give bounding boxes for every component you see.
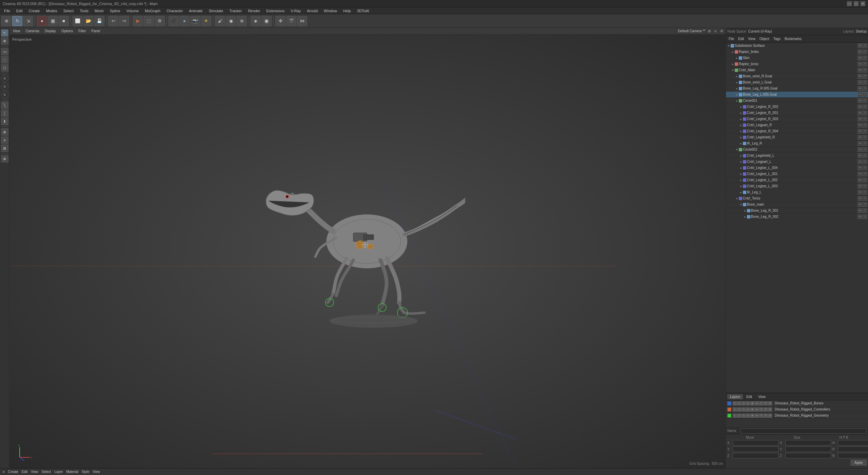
tree-toggle-icon[interactable]: ▸	[735, 93, 739, 97]
menu-item-mesh[interactable]: Mesh	[92, 8, 106, 14]
tree-toggle-icon[interactable]: ▸	[739, 154, 743, 158]
tree-row[interactable]: ▸Cntrl_Legpart_R👁?	[726, 122, 868, 128]
toolbar-poly[interactable]: ■	[59, 16, 69, 26]
tree-lock-btn[interactable]: ?	[863, 50, 867, 54]
toolbar-camera[interactable]: 📷	[190, 16, 200, 26]
tree-visibility-btn[interactable]: 👁	[857, 62, 862, 66]
tree-toggle-icon[interactable]: ▸	[735, 99, 739, 103]
toolbar-texture-manager[interactable]: ▣	[261, 16, 272, 26]
menu-item-animate[interactable]: Animate	[186, 8, 205, 14]
tree-visibility-btn[interactable]: 👁	[857, 92, 862, 97]
right-tab-object[interactable]: Object	[757, 37, 771, 41]
coord-y-move-input[interactable]	[733, 446, 778, 452]
tree-lock-btn[interactable]: ?	[863, 104, 867, 109]
tl-create-btn[interactable]: Create	[7, 470, 20, 474]
layer-icon[interactable]: ▷	[746, 414, 750, 418]
tree-visibility-btn[interactable]: 👁	[857, 98, 862, 103]
tree-row[interactable]: ▾Cntrl_Torso👁?	[726, 195, 868, 202]
tree-toggle-icon[interactable]: ▸	[731, 50, 735, 54]
left-tool-smear[interactable]: S	[1, 83, 8, 90]
menu-item-character[interactable]: Character	[164, 8, 185, 14]
tree-toggle-icon[interactable]: ▾	[727, 44, 731, 48]
layer-icon[interactable]: ✕	[768, 407, 772, 412]
left-tool-extrude[interactable]: ⬆	[1, 118, 8, 125]
tree-lock-btn[interactable]: ?	[863, 141, 867, 146]
layer-icon[interactable]: ⊕	[750, 407, 754, 412]
tree-lock-btn[interactable]: ?	[863, 56, 867, 60]
tree-lock-btn[interactable]: ?	[863, 86, 867, 91]
vp-display-btn[interactable]: Display	[43, 29, 58, 33]
tree-visibility-btn[interactable]: 👁	[857, 111, 862, 115]
tree-row[interactable]: ▸Cntrl_Legtoe_R_004👁?	[726, 128, 868, 134]
tree-visibility-btn[interactable]: 👁	[857, 117, 862, 121]
tree-lock-btn[interactable]: ?	[863, 117, 867, 121]
toolbar-render-region[interactable]: ⬚	[144, 16, 154, 26]
coord-y-size-input[interactable]	[785, 446, 831, 452]
tl-view2-btn[interactable]: View	[91, 470, 101, 474]
toolbar-sphere[interactable]: ●	[179, 16, 190, 26]
tl-edit-btn[interactable]: Edit	[20, 470, 29, 474]
tree-visibility-btn[interactable]: 👁	[857, 147, 862, 152]
apply-button[interactable]: Apply	[851, 460, 867, 466]
layer-icon[interactable]: ?	[764, 401, 768, 405]
menu-item-tools[interactable]: Tools	[77, 8, 91, 14]
tree-lock-btn[interactable]: ?	[863, 98, 867, 103]
toolbar-deformer[interactable]: ⋈	[297, 16, 307, 26]
tree-row[interactable]: ▸Circle001👁?	[726, 98, 868, 104]
menu-item-mograph[interactable]: MoGraph	[142, 8, 163, 14]
coord-z-move-input[interactable]	[733, 453, 778, 458]
toolbar-redo[interactable]: ↪	[119, 16, 129, 26]
tree-visibility-btn[interactable]: 👁	[857, 123, 862, 128]
tree-lock-btn[interactable]: ?	[863, 190, 867, 195]
vp-icon-fullscreen[interactable]: ⊞	[707, 28, 712, 34]
layer-icon[interactable]: □	[742, 414, 746, 418]
tree-row[interactable]: ▸Cntrl_Legshield_R👁?	[726, 134, 868, 140]
menu-item-modes[interactable]: Modes	[43, 8, 60, 14]
tree-visibility-btn[interactable]: 👁	[857, 159, 862, 164]
tl-material-btn[interactable]: Material	[65, 470, 80, 474]
tree-toggle-icon[interactable]: ▸	[739, 135, 743, 139]
tree-lock-btn[interactable]: ?	[863, 62, 867, 66]
layer-icon[interactable]: ≡	[755, 414, 759, 418]
tree-lock-btn[interactable]: ?	[863, 80, 867, 85]
menu-item-create[interactable]: Create	[26, 8, 43, 14]
tree-lock-btn[interactable]: ?	[863, 153, 867, 158]
toolbar-points[interactable]: ●	[37, 16, 47, 26]
layer-icon[interactable]: ✕	[768, 401, 772, 405]
tree-lock-btn[interactable]: ?	[863, 214, 867, 219]
tree-lock-btn[interactable]: ?	[863, 129, 867, 134]
tree-toggle-icon[interactable]: ▸	[739, 166, 743, 170]
toolbar-undo[interactable]: ↩	[108, 16, 118, 26]
tree-row[interactable]: ▸Cntrl_Legshield_L👁?	[726, 153, 868, 159]
tree-row[interactable]: ▸Cntrl_Legtoe_R_003👁?	[726, 116, 868, 122]
coord-x-move-input[interactable]	[733, 440, 778, 445]
tl-style-btn[interactable]: Style	[80, 470, 91, 474]
maximize-button[interactable]: □	[854, 1, 859, 6]
tree-toggle-icon[interactable]: ▸	[743, 209, 747, 213]
vp-view-btn[interactable]: View	[11, 29, 22, 33]
tree-visibility-btn[interactable]: 👁	[857, 178, 862, 183]
tree-visibility-btn[interactable]: 👁	[857, 172, 862, 176]
menu-item-simulate[interactable]: Simulate	[206, 8, 226, 14]
layer-icon[interactable]: ⊕	[750, 414, 754, 418]
tree-toggle-icon[interactable]: ▸	[735, 87, 739, 91]
tree-lock-btn[interactable]: ?	[863, 111, 867, 115]
tree-row[interactable]: ▸Cntrl_Legtoe_L_002👁?	[726, 177, 868, 183]
tree-visibility-btn[interactable]: 👁	[857, 135, 862, 140]
tree-lock-btn[interactable]: ?	[863, 184, 867, 189]
tree-toggle-icon[interactable]: ▾	[735, 148, 739, 152]
tree-row[interactable]: ▸Raptor_limbs👁?	[726, 49, 868, 55]
right-tab-bookmarks[interactable]: Bookmarks	[783, 37, 804, 41]
vp-panel-btn[interactable]: Panel	[90, 29, 102, 33]
tree-visibility-btn[interactable]: 👁	[857, 74, 862, 79]
tree-row[interactable]: ▸Bone_Leg_R_001👁?	[726, 208, 868, 214]
menu-item-render[interactable]: Render	[245, 8, 263, 14]
left-tool-paint[interactable]: ≡	[1, 136, 8, 144]
left-tool-lasso[interactable]: ◌	[1, 56, 8, 63]
tree-row[interactable]: ▾Circle002👁?	[726, 147, 868, 153]
tree-toggle-icon[interactable]: ▸	[735, 74, 739, 78]
tree-toggle-icon[interactable]: ▾	[739, 203, 743, 207]
tree-visibility-btn[interactable]: 👁	[857, 56, 862, 60]
tree-toggle-icon[interactable]: ▸	[739, 105, 743, 109]
tree-lock-btn[interactable]: ?	[863, 92, 867, 97]
